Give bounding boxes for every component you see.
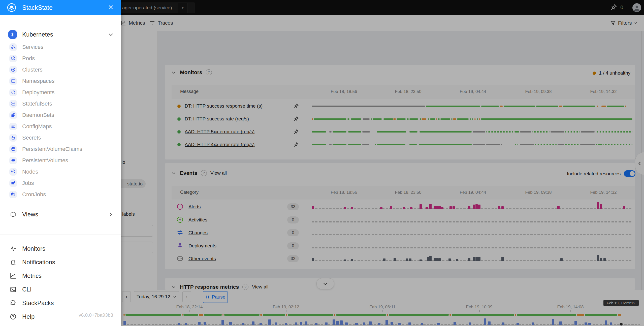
- sidebar-item-cli[interactable]: CLI: [0, 283, 121, 296]
- sidebar-item-label: StackPacks: [22, 300, 54, 307]
- drawer-header: StackState ✕: [0, 0, 121, 15]
- sidebar-item-label: StatefulSets: [22, 101, 52, 107]
- sidebar-item-label: Secrets: [22, 135, 41, 141]
- help-icon: [9, 313, 17, 320]
- close-icon[interactable]: ✕: [107, 4, 115, 12]
- sidebar-item-label: PersistentVolumes: [22, 157, 68, 164]
- stackstate-logo-icon: [7, 3, 17, 13]
- sidebar-item-label: CLI: [22, 286, 31, 293]
- sidebar-item-label: CronJobs: [22, 191, 46, 198]
- sidebar-item-jobs[interactable]: Jobs: [0, 177, 121, 189]
- sidebar-item-metrics[interactable]: Metrics: [0, 269, 121, 283]
- stackstate-app: ager-operated (service) ▾ 0 Metrics Trac…: [0, 0, 644, 326]
- brand-title: StackState: [22, 4, 53, 11]
- clusters-icon: [9, 66, 17, 74]
- sidebar-item-label: Monitors: [22, 245, 45, 252]
- metrics-icon: [9, 272, 17, 280]
- drawer-divider: [0, 235, 121, 235]
- sidebar-item-label: Namespaces: [22, 78, 54, 84]
- sidebar-item-secrets[interactable]: Secrets: [0, 132, 121, 143]
- sidebar-item-cronjobs[interactable]: CronJobs: [0, 189, 121, 200]
- pvc-icon: [9, 145, 17, 153]
- sidebar-item-label: Services: [22, 44, 43, 50]
- sidebar-item-statefulsets[interactable]: StatefulSets: [0, 98, 121, 109]
- statefulsets-icon: [9, 100, 17, 108]
- services-icon: [9, 43, 17, 51]
- cli-icon: [9, 286, 17, 293]
- jobs-icon: [9, 179, 17, 187]
- configmaps-icon: [9, 123, 17, 130]
- sidebar-item-label: DaemonSets: [22, 112, 54, 118]
- sidebar-item-label: PersistentVolumeClaims: [22, 146, 82, 152]
- monitors-icon: [9, 245, 17, 252]
- sidebar-item-namespaces[interactable]: Namespaces: [0, 75, 121, 87]
- stackpacks-icon: [9, 299, 17, 307]
- sidebar-item-monitors[interactable]: Monitors: [0, 242, 121, 255]
- sidebar-item-label: Notifications: [22, 259, 55, 266]
- sidebar-item-label: Pods: [22, 55, 35, 62]
- sidebar-item-label: Metrics: [22, 272, 42, 279]
- chevron-right-icon: [108, 212, 113, 217]
- namespaces-icon: [9, 77, 17, 85]
- sidebar-item-views[interactable]: Views: [0, 208, 121, 221]
- chevron-down-icon: [108, 31, 114, 38]
- cronjobs-icon: [9, 191, 17, 198]
- sidebar-item-nodes[interactable]: Nodes: [0, 166, 121, 177]
- pv-icon: [9, 157, 17, 164]
- sidebar-item-label: Help: [22, 313, 35, 320]
- notifications-icon: [9, 258, 17, 266]
- sidebar-item-stackpacks[interactable]: StackPacks: [0, 296, 121, 310]
- sidebar-item-label: ConfigMaps: [22, 123, 52, 130]
- sidebar-item-label: Jobs: [22, 180, 34, 186]
- deployments-icon: [9, 89, 17, 96]
- sidebar-item-persistentvolumes[interactable]: PersistentVolumes: [0, 155, 121, 166]
- nodes-icon: [9, 168, 17, 176]
- main-menu-drawer: StackState ✕ Kubernetes ServicesPodsClus…: [0, 0, 121, 326]
- kubernetes-icon: [8, 30, 17, 39]
- sidebar-item-deployments[interactable]: Deployments: [0, 87, 121, 98]
- sidebar-item-services[interactable]: Services: [0, 41, 121, 53]
- sidebar-item-clusters[interactable]: Clusters: [0, 64, 121, 75]
- sidebar-item-persistentvolumeclaims[interactable]: PersistentVolumeClaims: [0, 143, 121, 155]
- sidebar-item-configmaps[interactable]: ConfigMaps: [0, 121, 121, 132]
- sidebar-item-label: Deployments: [22, 89, 54, 96]
- secrets-icon: [9, 134, 17, 142]
- sidebar-item-label: Clusters: [22, 67, 43, 73]
- sidebar-item-notifications[interactable]: Notifications: [0, 255, 121, 269]
- version-label: v6.0.0+7ba93b3: [79, 312, 113, 318]
- sidebar-item-daemonsets[interactable]: DaemonSets: [0, 109, 121, 121]
- sidebar-item-pods[interactable]: Pods: [0, 53, 121, 64]
- views-cube-icon: [9, 211, 17, 218]
- daemonsets-icon: [9, 111, 17, 119]
- sidebar-item-kubernetes[interactable]: Kubernetes: [0, 28, 121, 41]
- sidebar-item-label: Nodes: [22, 169, 38, 175]
- pods-icon: [9, 55, 17, 62]
